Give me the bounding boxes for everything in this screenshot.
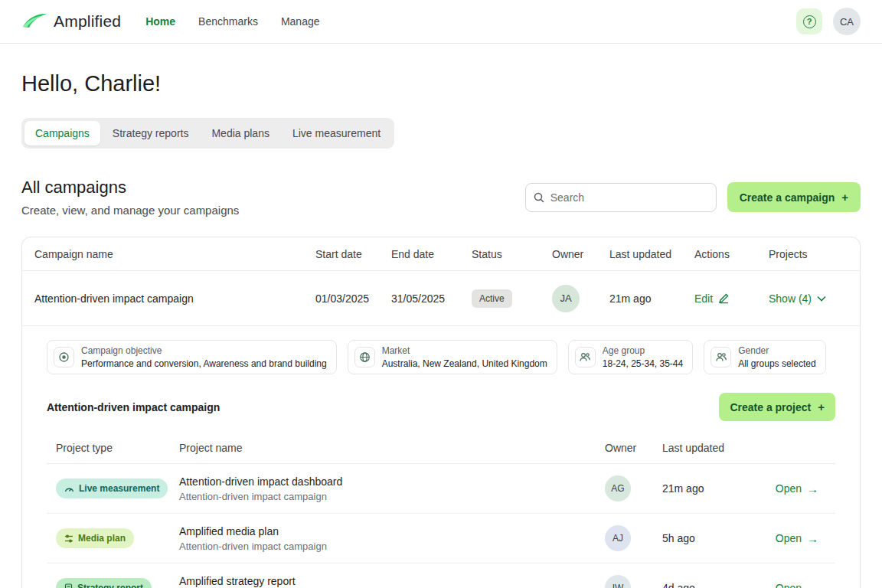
col-status: Status [472, 248, 552, 260]
campaign-end-date: 31/05/2025 [391, 292, 472, 305]
chip-label: Market [382, 345, 547, 356]
campaign-name: Attention-driven impact campaign [34, 292, 315, 305]
campaign-details-chips: Campaign objective Performance and conve… [22, 326, 860, 379]
project-updated: 21m ago [662, 482, 762, 495]
projects-table-header: Project type Project name Owner Last upd… [47, 432, 835, 464]
project-type-label: Live measurement [79, 483, 159, 494]
col-project-updated: Last updated [662, 442, 762, 454]
chip-value: Performance and conversion, Awareness an… [81, 358, 327, 369]
document-icon [64, 583, 73, 588]
project-owner-cell: AG [605, 475, 662, 501]
owner-avatar: AG [605, 475, 631, 501]
pencil-icon [718, 292, 730, 304]
nav-item-home[interactable]: Home [145, 15, 175, 28]
chip-value: Australia, New Zealand, United Kingdom [382, 358, 547, 369]
col-owner: Owner [552, 248, 609, 260]
search-input[interactable] [525, 183, 717, 212]
strategy-report-badge: Strategy report [56, 578, 152, 588]
primary-nav: Home Benchmarks Manage [145, 15, 319, 28]
chevron-down-icon [817, 296, 826, 302]
open-label: Open [776, 532, 802, 544]
nav-item-benchmarks[interactable]: Benchmarks [198, 15, 258, 28]
arrow-right-icon: → [807, 532, 818, 545]
help-icon: ? [803, 15, 816, 28]
project-name-cell: Attention-driven impact dashboard Attent… [179, 475, 605, 502]
campaign-table-header: Campaign name Start date End date Status… [22, 237, 860, 271]
status-badge: Active [472, 289, 512, 308]
project-type-cell: Strategy report [56, 578, 179, 588]
project-type-cell: Media plan [56, 528, 179, 548]
col-last-updated: Last updated [609, 248, 694, 260]
brand[interactable]: Amplified [21, 11, 121, 31]
chip-label: Age group [603, 345, 683, 356]
arrow-right-icon: → [807, 482, 818, 495]
projects-subheader: Attention-driven impact campaign Create … [22, 379, 860, 432]
objective-icon [54, 347, 74, 368]
campaign-owner-cell: JA [552, 285, 609, 312]
project-type-label: Strategy report [77, 583, 143, 588]
media-plan-badge: Media plan [56, 528, 134, 548]
project-open-cell: Open → [776, 581, 835, 588]
show-projects-label: Show (4) [769, 292, 812, 305]
page-greeting: Hello, Charlie! [21, 71, 861, 96]
tab-media-plans[interactable]: Media plans [201, 121, 280, 145]
owner-avatar: JA [552, 285, 580, 312]
project-owner-cell: IW [605, 575, 662, 588]
open-project-button[interactable]: Open → [776, 482, 818, 495]
open-project-button[interactable]: Open → [776, 582, 818, 588]
live-measurement-badge: Live measurement [56, 479, 168, 498]
top-navbar: Amplified Home Benchmarks Manage ? CA [0, 0, 882, 44]
amplified-logo-icon [21, 11, 47, 31]
open-project-button[interactable]: Open → [776, 532, 818, 545]
chip-gender: Gender All groups selected [704, 340, 825, 374]
project-row: Strategy report Amplified strategy repor… [47, 564, 835, 588]
create-project-button[interactable]: Create a project + [719, 393, 835, 421]
project-open-cell: Open → [776, 482, 835, 495]
create-campaign-button[interactable]: Create a campaign + [727, 182, 861, 212]
brand-name: Amplified [54, 12, 121, 31]
project-row: Live measurement Attention-driven impact… [47, 464, 835, 514]
section-title: All campaigns [21, 178, 525, 198]
chip-label: Gender [738, 345, 815, 356]
open-label: Open [776, 582, 802, 588]
edit-button[interactable]: Edit [694, 292, 730, 305]
chip-market: Market Australia, New Zealand, United Ki… [348, 340, 557, 374]
project-owner-cell: AJ [605, 525, 662, 551]
user-avatar[interactable]: CA [833, 8, 861, 35]
col-project-owner: Owner [605, 442, 662, 454]
chip-text: Market Australia, New Zealand, United Ki… [382, 345, 547, 369]
market-icon [354, 347, 375, 368]
nav-item-manage[interactable]: Manage [281, 15, 320, 28]
plus-icon: + [818, 400, 825, 413]
campaign-projects-cell: Show (4) [769, 292, 860, 305]
col-end-date: End date [391, 248, 472, 260]
help-button[interactable]: ? [796, 8, 822, 34]
col-project-name: Project name [179, 442, 605, 454]
edit-label: Edit [694, 292, 713, 305]
open-label: Open [776, 482, 802, 495]
col-actions: Actions [694, 248, 769, 260]
project-name: Attention-driven impact dashboard [179, 475, 605, 488]
col-projects: Projects [769, 248, 860, 260]
tab-strategy-reports[interactable]: Strategy reports [102, 121, 200, 145]
project-name: Amplified strategy report [179, 575, 605, 587]
col-project-type: Project type [56, 442, 179, 454]
chip-text: Age group 18-24, 25-34, 35-44 [603, 345, 683, 369]
campaign-row: Attention-driven impact campaign 01/03/2… [22, 271, 860, 326]
tab-live-measurement[interactable]: Live measurement [282, 121, 391, 145]
search-wrap [525, 183, 717, 212]
project-open-cell: Open → [776, 531, 835, 545]
chip-value: 18-24, 25-34, 35-44 [603, 358, 683, 369]
project-updated: 4d ago [662, 582, 762, 588]
tab-campaigns[interactable]: Campaigns [24, 121, 100, 145]
project-type-label: Media plan [78, 533, 126, 544]
project-type-cell: Live measurement [56, 479, 179, 498]
campaign-start-date: 01/03/2025 [315, 292, 391, 305]
project-name-cell: Amplified media plan Attention-driven im… [179, 525, 605, 552]
project-updated: 5h ago [662, 532, 762, 544]
section-header: All campaigns Create, view, and manage y… [21, 178, 861, 217]
main-content: Hello, Charlie! Campaigns Strategy repor… [0, 71, 882, 588]
show-projects-button[interactable]: Show (4) [769, 292, 826, 305]
create-project-label: Create a project [730, 401, 811, 413]
sliders-icon [64, 534, 74, 543]
